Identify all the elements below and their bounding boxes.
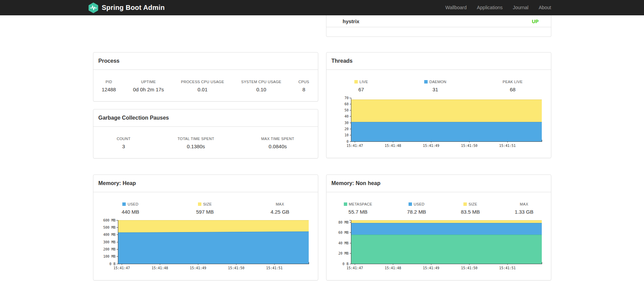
svg-text:15:41:47: 15:41:47 bbox=[113, 266, 130, 270]
legend-max: MAX 1.33 GB bbox=[515, 202, 533, 215]
svg-text:60 MB: 60 MB bbox=[338, 231, 348, 234]
metric-value: 68 bbox=[503, 87, 523, 92]
metric-label: TOTAL TIME SPENT bbox=[178, 136, 214, 141]
svg-text:15:41:49: 15:41:49 bbox=[190, 266, 206, 270]
nav-item-applications[interactable]: Applications bbox=[472, 0, 508, 15]
metric-label: LIVE bbox=[359, 80, 368, 84]
panel-title: Process bbox=[93, 52, 318, 70]
process-panel: Process PID 12488 UPTIME 0d 0h 2m 17s PR… bbox=[93, 52, 318, 102]
svg-text:80 MB: 80 MB bbox=[338, 221, 348, 224]
metric-value: 0.0840s bbox=[261, 143, 294, 149]
legend-swatch-metaspace bbox=[344, 202, 347, 206]
legend-swatch-daemon bbox=[424, 80, 428, 83]
main-content: hystrix UP Process PID 12488 UPTIME 0d 0… bbox=[93, 15, 551, 280]
threads-panel: Threads LIVE 67 DAEMON 3 bbox=[326, 52, 551, 158]
panel-title: Threads bbox=[326, 52, 551, 70]
svg-text:70: 70 bbox=[344, 96, 348, 100]
nonheap-legend: METASPACE 55.7 MB USED 78.2 MB bbox=[326, 202, 551, 215]
metric-label: DAEMON bbox=[429, 80, 446, 84]
svg-text:40: 40 bbox=[344, 115, 348, 118]
metric-label: MAX bbox=[271, 202, 289, 206]
legend-live: LIVE 67 bbox=[354, 79, 368, 92]
svg-text:15:41:50: 15:41:50 bbox=[461, 144, 477, 148]
metric-label: SIZE bbox=[469, 202, 477, 206]
service-name: hystrix bbox=[343, 18, 359, 24]
svg-text:0: 0 bbox=[346, 140, 348, 143]
threads-chart: 01020304050607015:41:4715:41:4815:41:491… bbox=[326, 95, 551, 150]
metric-value: 0.1380s bbox=[178, 143, 214, 149]
metric-label: PROCESS CPU USAGE bbox=[181, 79, 224, 84]
metric-value: 0.01 bbox=[181, 87, 224, 92]
health-row-hystrix[interactable]: hystrix UP bbox=[326, 15, 551, 27]
metric-label: CPUS bbox=[298, 79, 309, 84]
svg-text:15:41:47: 15:41:47 bbox=[347, 144, 363, 148]
svg-text:20 MB: 20 MB bbox=[338, 252, 348, 255]
spring-boot-admin-logo-icon bbox=[88, 2, 99, 13]
metric-system-cpu: SYSTEM CPU USAGE 0.10 bbox=[241, 79, 281, 92]
gc-panel: Garbage Collection Pauses COUNT 3 TOTAL … bbox=[93, 109, 318, 158]
nav-item-wallboard[interactable]: Wallboard bbox=[440, 0, 472, 15]
process-metrics: PID 12488 UPTIME 0d 0h 2m 17s PROCESS CP… bbox=[93, 79, 318, 92]
svg-text:15:41:50: 15:41:50 bbox=[461, 266, 477, 270]
panel-title: Memory: Non heap bbox=[326, 175, 551, 192]
metric-value: 67 bbox=[354, 87, 368, 92]
nav-item-about[interactable]: About bbox=[534, 0, 556, 15]
metric-uptime: UPTIME 0d 0h 2m 17s bbox=[133, 79, 164, 92]
memory-nonheap-chart: 0 B20 MB40 MB60 MB80 MB15:41:4715:41:481… bbox=[326, 217, 551, 273]
legend-max: MAX 4.25 GB bbox=[271, 202, 289, 215]
svg-text:15:41:50: 15:41:50 bbox=[228, 266, 244, 270]
brand-title: Spring Boot Admin bbox=[102, 4, 165, 12]
svg-text:200 MB: 200 MB bbox=[103, 247, 115, 251]
metric-label: PID bbox=[102, 79, 116, 84]
svg-text:40 MB: 40 MB bbox=[338, 241, 348, 245]
metric-value: 0.10 bbox=[241, 87, 281, 92]
panel-title: Garbage Collection Pauses bbox=[93, 109, 318, 127]
metric-label: PEAK LIVE bbox=[503, 79, 523, 84]
legend-metaspace: METASPACE 55.7 MB bbox=[344, 202, 372, 215]
metric-value: 55.7 MB bbox=[344, 209, 372, 215]
legend-swatch-size bbox=[463, 202, 467, 206]
nav-item-journal[interactable]: Journal bbox=[508, 0, 534, 15]
threads-legend: LIVE 67 DAEMON 31 PEAK LIVE 68 bbox=[326, 79, 551, 92]
metric-cpus: CPUS 8 bbox=[298, 79, 309, 92]
metric-gc-total-time: TOTAL TIME SPENT 0.1380s bbox=[178, 136, 214, 149]
metric-value: 8 bbox=[298, 87, 309, 92]
svg-text:15:41:51: 15:41:51 bbox=[266, 266, 282, 270]
metric-value: 12488 bbox=[102, 87, 116, 92]
metric-label: COUNT bbox=[117, 136, 131, 141]
memory-nonheap-panel: Memory: Non heap METASPACE 55.7 MB USED bbox=[326, 174, 551, 280]
legend-size: SIZE 83.5 MB bbox=[461, 202, 480, 215]
svg-text:30: 30 bbox=[344, 121, 348, 125]
metric-value: 31 bbox=[424, 87, 446, 92]
metric-value: 0d 0h 2m 17s bbox=[133, 87, 164, 92]
brand-link[interactable]: Spring Boot Admin bbox=[88, 2, 165, 13]
svg-text:600 MB: 600 MB bbox=[103, 218, 115, 222]
metric-pid: PID 12488 bbox=[102, 79, 116, 92]
svg-text:15:41:51: 15:41:51 bbox=[499, 144, 516, 148]
svg-text:60: 60 bbox=[344, 102, 348, 106]
metric-gc-count: COUNT 3 bbox=[117, 136, 131, 149]
metric-value: 78.2 MB bbox=[407, 209, 426, 215]
metric-label: MAX bbox=[515, 202, 533, 206]
legend-swatch-used bbox=[409, 202, 412, 206]
metric-process-cpu: PROCESS CPU USAGE 0.01 bbox=[181, 79, 224, 92]
svg-text:0 B: 0 B bbox=[109, 262, 115, 266]
legend-peak-live: PEAK LIVE 68 bbox=[503, 79, 523, 92]
legend-used: USED 78.2 MB bbox=[407, 202, 426, 215]
navbar: Spring Boot Admin Wallboard Applications… bbox=[0, 0, 644, 15]
metric-value: 1.33 GB bbox=[515, 209, 533, 215]
svg-text:0 B: 0 B bbox=[342, 262, 348, 266]
svg-text:500 MB: 500 MB bbox=[103, 226, 115, 229]
metric-label: UPTIME bbox=[133, 79, 164, 84]
metric-value: 83.5 MB bbox=[461, 209, 480, 215]
svg-text:15:41:48: 15:41:48 bbox=[152, 266, 168, 270]
legend-swatch-size bbox=[198, 202, 201, 206]
legend-swatch-live bbox=[354, 80, 358, 83]
panel-title: Memory: Heap bbox=[93, 175, 318, 192]
svg-text:15:41:47: 15:41:47 bbox=[347, 266, 363, 270]
heap-legend: USED 440 MB SIZE 597 MB MAX 4.25 GB bbox=[93, 202, 318, 215]
status-badge: UP bbox=[532, 19, 538, 24]
svg-text:100 MB: 100 MB bbox=[103, 255, 115, 258]
svg-text:20: 20 bbox=[344, 127, 348, 131]
metric-label: METASPACE bbox=[349, 202, 372, 206]
